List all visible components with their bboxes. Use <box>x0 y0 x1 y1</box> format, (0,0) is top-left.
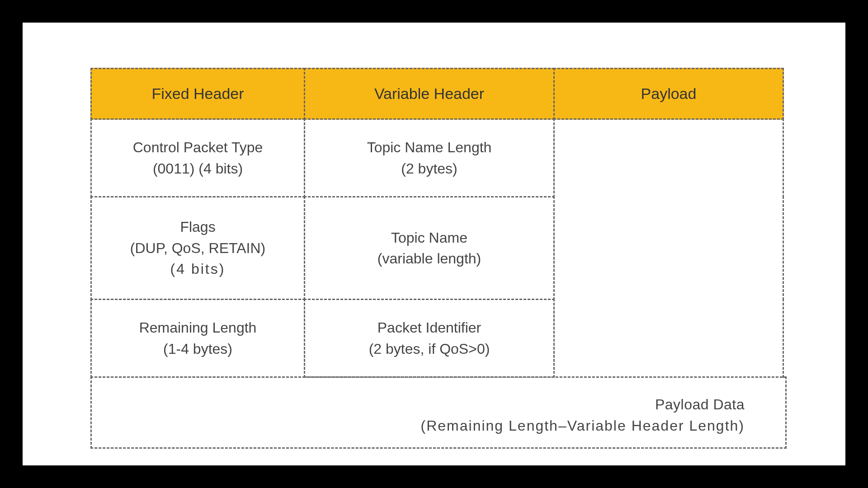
fixed-remaining-length: Remaining Length (1-4 bytes) <box>90 299 305 378</box>
variable-packet-identifier: Packet Identifier (2 bytes, if QoS>0) <box>304 299 555 378</box>
footer-line-2: (Remaining Length–Variable Header Length… <box>421 415 745 436</box>
cell-line: Control Packet Type <box>133 137 263 158</box>
header-variable: Variable Header <box>304 68 555 120</box>
fixed-control-packet-type: Control Packet Type (0011) (4 bits) <box>90 118 305 197</box>
cell-line: (DUP, QoS, RETAIN) <box>130 238 265 258</box>
body-row-1: Control Packet Type (0011) (4 bits) Topi… <box>90 118 787 197</box>
cell-line: Topic Name Length <box>367 137 492 158</box>
cell-line: Packet Identifier <box>377 317 481 338</box>
header-fixed-label: Fixed Header <box>151 83 244 105</box>
packet-structure-diagram: Fixed Header Variable Header Payload Con… <box>90 68 787 449</box>
header-row: Fixed Header Variable Header Payload <box>90 68 787 120</box>
body-row-3: Remaining Length (1-4 bytes) Packet Iden… <box>90 299 787 378</box>
header-payload: Payload <box>553 68 784 120</box>
payload-data-footer: Payload Data (Remaining Length–Variable … <box>90 376 787 449</box>
footer-line-1: Payload Data <box>655 394 745 415</box>
cell-line: Remaining Length <box>139 317 257 338</box>
body-row-2: Flags (DUP, QoS, RETAIN) (4 bits) Topic … <box>90 196 787 300</box>
header-fixed: Fixed Header <box>90 68 305 120</box>
variable-topic-name-length: Topic Name Length (2 bytes) <box>304 118 555 197</box>
cell-line: (1-4 bytes) <box>163 338 232 359</box>
slide: Fixed Header Variable Header Payload Con… <box>23 23 845 465</box>
cell-line: (4 bits) <box>170 258 226 279</box>
payload-empty-2 <box>553 196 784 300</box>
cell-line: (2 bytes) <box>401 158 457 179</box>
payload-empty-1 <box>553 118 784 197</box>
variable-topic-name: Topic Name (variable length) <box>304 196 555 300</box>
header-variable-label: Variable Header <box>374 83 484 105</box>
cell-line: (0011) (4 bits) <box>153 158 243 179</box>
cell-line: (variable length) <box>377 248 481 269</box>
header-payload-label: Payload <box>641 83 697 105</box>
cell-line: (2 bytes, if QoS>0) <box>369 338 490 359</box>
cell-line: Topic Name <box>391 227 467 248</box>
cell-line: Flags <box>180 216 215 237</box>
fixed-flags: Flags (DUP, QoS, RETAIN) (4 bits) <box>90 196 305 300</box>
payload-empty-3 <box>553 299 784 378</box>
